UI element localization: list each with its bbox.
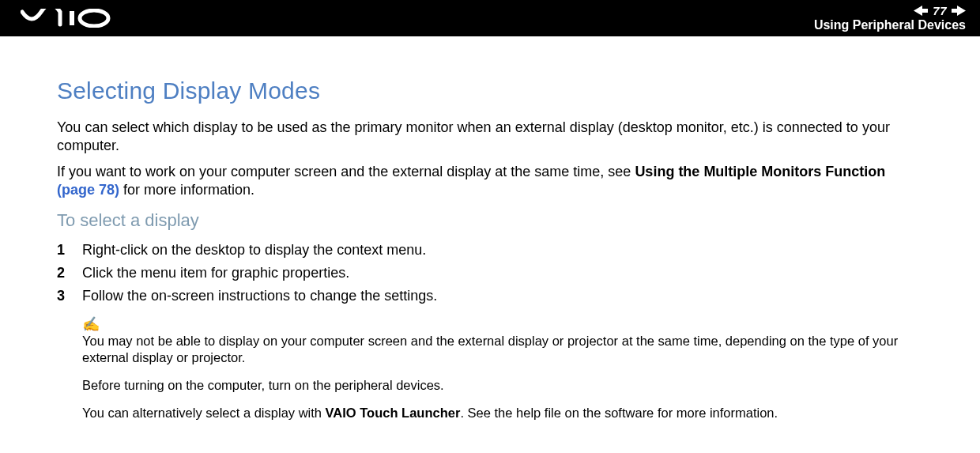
step-text: Right-click on the desktop to display th… <box>82 239 426 262</box>
page-number: 77 <box>933 4 947 17</box>
svg-marker-3 <box>952 6 966 16</box>
note-3: You can alternatively select a display w… <box>82 405 923 421</box>
page-nav: 77 <box>814 4 966 17</box>
vaio-logo <box>21 9 123 28</box>
svg-marker-2 <box>914 6 928 16</box>
section-title: Using Peripheral Devices <box>814 18 966 32</box>
note-block: ✍ You may not be able to display on your… <box>82 317 923 421</box>
step-text: Click the menu item for graphic properti… <box>82 262 349 285</box>
intro2-text-b: for more information. <box>119 182 254 198</box>
note-1: You may not be able to display on your c… <box>82 333 923 366</box>
intro2-bold: Using the Multiple Monitors Function <box>635 164 885 179</box>
step-number: 3 <box>57 285 82 308</box>
vaio-logo-svg <box>21 9 123 28</box>
header-right: 77 Using Peripheral Devices <box>814 4 966 33</box>
svg-rect-0 <box>70 11 74 25</box>
page-content: Selecting Display Modes You can select w… <box>0 36 980 421</box>
step-number: 1 <box>57 239 82 262</box>
pencil-icon: ✍ <box>82 317 923 331</box>
note3-b: . See the help file on the software for … <box>460 406 778 420</box>
steps-list: 1 Right-click on the desktop to display … <box>57 239 923 307</box>
intro-paragraph-1: You can select which display to be used … <box>57 119 923 155</box>
svg-point-1 <box>80 10 108 26</box>
step-text: Follow the on-screen instructions to cha… <box>82 285 437 308</box>
next-page-arrow-icon[interactable] <box>952 6 966 16</box>
intro-paragraph-2: If you want to work on your computer scr… <box>57 163 923 199</box>
step-number: 2 <box>57 262 82 285</box>
page-link-78[interactable]: (page 78) <box>57 182 119 198</box>
intro2-text-a: If you want to work on your computer scr… <box>57 164 635 179</box>
step-item: 3 Follow the on-screen instructions to c… <box>57 285 923 308</box>
note3-a: You can alternatively select a display w… <box>82 406 326 420</box>
note-2: Before turning on the computer, turn on … <box>82 377 923 394</box>
step-item: 2 Click the menu item for graphic proper… <box>57 262 923 285</box>
note3-bold: VAIO Touch Launcher <box>326 406 461 420</box>
subheading: To select a display <box>57 210 923 231</box>
step-item: 1 Right-click on the desktop to display … <box>57 239 923 262</box>
header-bar: 77 Using Peripheral Devices <box>0 0 980 36</box>
prev-page-arrow-icon[interactable] <box>914 6 928 16</box>
page-title: Selecting Display Modes <box>57 77 923 104</box>
